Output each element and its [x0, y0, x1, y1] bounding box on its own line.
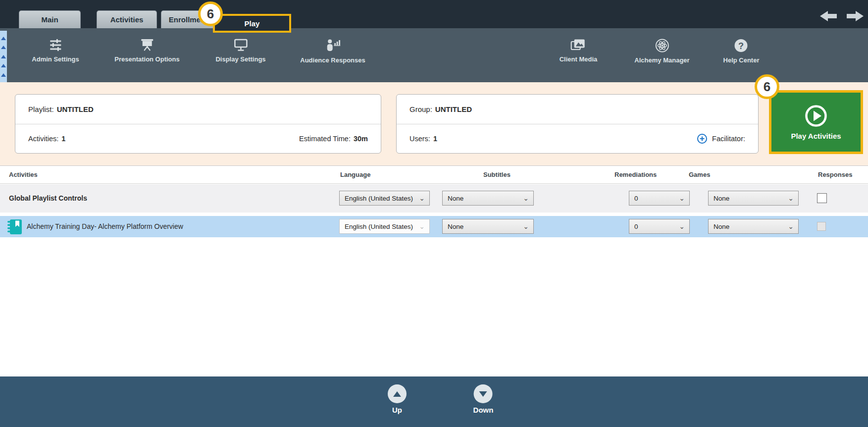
presentation-options-button[interactable]: Presentation Options	[114, 38, 179, 63]
subtitles-select[interactable]: None⌄	[442, 191, 534, 206]
docked-panel-strip[interactable]	[0, 31, 7, 82]
projector-screen-icon	[140, 38, 154, 52]
client-media-label: Client Media	[560, 55, 598, 63]
audience-responses-label: Audience Responses	[300, 56, 365, 64]
reorder-bar: Up Down	[0, 376, 868, 427]
group-name: UNTITLED	[435, 105, 472, 113]
forward-arrow-icon[interactable]	[847, 11, 864, 21]
chevron-down-icon: ⌄	[788, 196, 794, 201]
top-tab-bar: Main Activities Enrollment	[0, 0, 868, 28]
games-select[interactable]: None⌄	[708, 191, 799, 206]
playlist-title-row: Playlist: UNTITLED	[15, 95, 381, 124]
atom-icon	[655, 38, 669, 53]
media-stack-icon	[570, 38, 586, 52]
monitor-icon	[233, 38, 248, 52]
down-label: Down	[473, 406, 494, 414]
sliders-icon	[48, 38, 63, 52]
up-circle-icon	[388, 384, 407, 403]
facilitator-label: Facilitator:	[712, 135, 745, 143]
dock-triangle-icon	[1, 55, 6, 58]
presentation-options-label: Presentation Options	[114, 55, 179, 63]
play-icon	[804, 104, 828, 128]
activities-table-header: Activities Language Subtitles Remediatio…	[0, 165, 868, 184]
playlist-name: UNTITLED	[57, 105, 94, 113]
tutorial-step-badge-play-tab: 6	[198, 1, 223, 26]
table-row-global-controls: Global Playlist Controls English (United…	[0, 184, 868, 213]
tab-main[interactable]: Main	[19, 10, 81, 28]
responses-checkbox-disabled	[817, 222, 826, 231]
dock-triangle-icon	[1, 73, 6, 77]
chevron-down-icon: ⌄	[523, 196, 529, 201]
chevron-down-icon: ⌄	[523, 224, 529, 229]
play-screen: Main Activities Enrollment Play 6 Admin …	[0, 0, 868, 427]
remediations-select[interactable]: 0⌄	[629, 191, 690, 206]
responses-checkbox[interactable]	[817, 193, 827, 203]
admin-settings-button[interactable]: Admin Settings	[32, 38, 79, 63]
activity-book-icon	[7, 219, 23, 235]
question-icon: ?	[734, 38, 749, 53]
tab-play-highlighted[interactable]: Play	[213, 14, 291, 33]
subtitles-select[interactable]: None⌄	[442, 219, 534, 234]
move-up-button[interactable]: Up	[388, 384, 407, 414]
playlist-label: Playlist:	[28, 105, 54, 113]
chevron-down-icon: ⌄	[419, 196, 425, 201]
header-responses: Responses	[818, 166, 852, 184]
up-label: Up	[392, 406, 402, 414]
play-activities-label: Play Activities	[791, 132, 841, 140]
group-card: Group: UNTITLED Users:1 Facilitator:	[396, 94, 759, 154]
activity-title: Alchemy Training Day- Alchemy Platform O…	[27, 216, 183, 237]
row-title: Global Playlist Controls	[9, 184, 87, 213]
header-language: Language	[340, 166, 370, 184]
person-chart-icon	[325, 38, 341, 53]
down-circle-icon	[474, 384, 493, 403]
tutorial-step-badge-play-button: 6	[755, 74, 779, 99]
audience-responses-button[interactable]: Audience Responses	[300, 38, 365, 64]
dock-triangle-icon	[1, 46, 6, 49]
activities-count: Activities:1	[28, 135, 65, 143]
display-settings-button[interactable]: Display Settings	[215, 38, 265, 63]
alchemy-manager-button[interactable]: Alchemy Manager	[634, 38, 689, 64]
language-select-disabled: English (United States)⌄	[339, 219, 430, 234]
table-row-activity-selected[interactable]: Alchemy Training Day- Alchemy Platform O…	[0, 216, 868, 237]
header-games: Games	[689, 166, 710, 184]
tab-activities[interactable]: Activities	[97, 10, 157, 28]
games-select[interactable]: None⌄	[708, 219, 799, 234]
move-down-button[interactable]: Down	[473, 384, 494, 414]
display-settings-label: Display Settings	[215, 55, 265, 63]
back-arrow-icon[interactable]	[820, 11, 837, 21]
chevron-down-icon: ⌄	[788, 224, 794, 229]
group-title-row: Group: UNTITLED	[397, 95, 758, 124]
header-remediations: Remediations	[614, 166, 657, 184]
alchemy-manager-label: Alchemy Manager	[634, 56, 689, 64]
admin-settings-label: Admin Settings	[32, 55, 79, 63]
dock-triangle-icon	[1, 64, 6, 67]
header-subtitles: Subtitles	[483, 166, 511, 184]
remediations-select[interactable]: 0⌄	[629, 219, 690, 234]
playlist-card: Playlist: UNTITLED Activities:1 Estimate…	[15, 94, 381, 154]
chevron-down-icon: ⌄	[679, 224, 685, 229]
help-center-button[interactable]: ? Help Center	[723, 38, 760, 64]
chevron-down-icon: ⌄	[679, 196, 685, 201]
estimated-time: Estimated Time:30m	[299, 135, 368, 143]
dock-triangle-icon	[1, 37, 6, 40]
header-activities: Activities	[9, 166, 38, 184]
language-select[interactable]: English (United States)⌄	[339, 191, 430, 206]
group-label: Group:	[409, 105, 432, 113]
help-center-label: Help Center	[723, 56, 760, 64]
client-media-button[interactable]: Client Media	[560, 38, 598, 63]
play-activities-button[interactable]: Play Activities	[769, 90, 863, 154]
toolbar: Admin Settings Presentation Options Disp…	[0, 28, 868, 82]
users-count: Users:1	[409, 135, 437, 143]
svg-text:?: ?	[739, 41, 744, 51]
chevron-down-icon: ⌄	[419, 224, 425, 229]
history-nav-arrows	[818, 10, 868, 23]
add-facilitator-icon[interactable]	[697, 133, 708, 144]
